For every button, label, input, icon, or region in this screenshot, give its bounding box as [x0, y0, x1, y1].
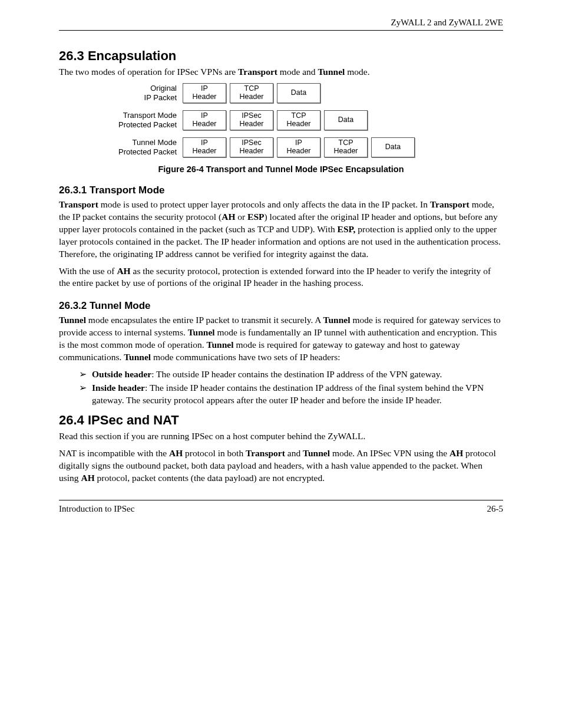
text: or	[235, 212, 247, 222]
diagram-row-label: Transport ModeProtected Packet	[59, 111, 183, 129]
para-26-3-2: Tunnel mode encapsulates the entire IP p…	[59, 314, 503, 364]
text-bold: Tunnel	[323, 315, 351, 325]
text-bold: Transport	[59, 199, 98, 209]
text-bold: ESP	[247, 212, 264, 222]
text-bold: Transport	[430, 199, 470, 209]
intro-26-3: The two modes of operation for IPSec VPN…	[59, 66, 503, 78]
text-bold: AH	[81, 473, 94, 483]
text-bold: Tunnel	[188, 327, 215, 337]
diagram-box: IPHeader	[183, 137, 226, 157]
text: : The outside IP header contains the des…	[151, 369, 442, 379]
text-bold: Tunnel	[318, 67, 345, 77]
diagram-box: IPSecHeader	[230, 137, 273, 157]
para-26-3-1-a: Transport mode is used to protect upper …	[59, 199, 503, 261]
para-26-4-a: Read this section if you are running IPS…	[59, 430, 503, 443]
text-bold: Transport	[246, 448, 285, 458]
text: The two modes of operation for IPSec VPN…	[59, 67, 238, 77]
para-26-3-1-b: With the use of AH as the security proto…	[59, 265, 503, 290]
text: mode encapsulates the entire IP packet t…	[86, 315, 323, 325]
text-bold: AH	[222, 212, 235, 222]
figure-caption: Figure 26-4 Transport and Tunnel Mode IP…	[59, 164, 503, 174]
diagram-row-label: Tunnel ModeProtected Packet	[59, 138, 183, 156]
diagram-row: OriginalIP PacketIPHeaderTCPHeaderData	[59, 83, 503, 103]
text-bold: Tunnel	[303, 448, 330, 458]
diagram-row-label: OriginalIP Packet	[59, 84, 183, 102]
diagram-box: IPHeader	[183, 83, 226, 103]
footer-left: Introduction to IPSec	[59, 504, 134, 514]
text-bold: Transport	[238, 67, 277, 77]
text: mode.	[345, 67, 369, 77]
text-bold: Tunnel	[59, 315, 86, 325]
text: mode is used to protect upper layer prot…	[98, 199, 430, 209]
diagram-boxes: IPHeaderIPSecHeaderTCPHeaderData	[183, 110, 368, 130]
diagram-row: Tunnel ModeProtected PacketIPHeaderIPSec…	[59, 137, 503, 157]
heading-26-3-1: 26.3.1 Transport Mode	[59, 185, 503, 196]
text: protocol, packet contents (the data payl…	[95, 473, 325, 483]
diagram-boxes: IPHeaderTCPHeaderData	[183, 83, 320, 103]
text: : The inside IP header contains the dest…	[92, 383, 484, 405]
text-bold: Inside header	[92, 383, 145, 393]
diagram-box: Data	[324, 110, 368, 130]
text: NAT is incompatible with the	[59, 448, 169, 458]
bullet-item: Outside header: The outside IP header co…	[79, 368, 503, 381]
diagram-row: Transport ModeProtected PacketIPHeaderIP…	[59, 110, 503, 130]
page: ZyWALL 2 and ZyWALL 2WE 26.3 Encapsulati…	[0, 0, 562, 532]
text: mode communications have two sets of IP …	[151, 352, 340, 362]
diagram-boxes: IPHeaderIPSecHeaderIPHeaderTCPHeaderData	[183, 137, 415, 157]
text-bold: Outside header	[92, 369, 151, 379]
bullet-item: Inside header: The inside IP header cont…	[79, 382, 503, 407]
bullet-list-26-3-2: Outside header: The outside IP header co…	[59, 368, 503, 407]
diagram-box: IPHeader	[277, 137, 320, 157]
text-bold: Tunnel	[124, 352, 151, 362]
diagram-box: TCPHeader	[277, 110, 320, 130]
diagram-box: Data	[371, 137, 415, 157]
text-bold: AH	[169, 448, 183, 458]
text: mode and	[277, 67, 318, 77]
text-bold: AH	[117, 266, 130, 276]
text-bold: Tunnel	[207, 340, 234, 350]
text: protocol in both	[183, 448, 246, 458]
diagram-box: IPHeader	[183, 110, 226, 130]
doc-header: ZyWALL 2 and ZyWALL 2WE	[59, 18, 503, 31]
heading-26-4: 26.4 IPSec and NAT	[59, 413, 503, 428]
text: and	[285, 448, 303, 458]
para-26-4-b: NAT is incompatible with the AH protocol…	[59, 447, 503, 485]
heading-26-3-2: 26.3.2 Tunnel Mode	[59, 300, 503, 312]
text-bold: AH	[449, 448, 463, 458]
text: mode. An IPSec VPN using the	[330, 448, 449, 458]
text: Read this section if you are running IPS…	[59, 431, 365, 441]
heading-26-3: 26.3 Encapsulation	[59, 48, 503, 64]
page-footer: Introduction to IPSec 26-5	[59, 500, 503, 514]
footer-right: 26-5	[487, 504, 504, 514]
diagram-box: IPSecHeader	[230, 110, 273, 130]
diagram-box: Data	[277, 83, 320, 103]
text: With the use of	[59, 266, 117, 276]
text-bold: ESP,	[338, 224, 356, 234]
encapsulation-diagram: OriginalIP PacketIPHeaderTCPHeaderDataTr…	[59, 83, 503, 157]
diagram-box: TCPHeader	[230, 83, 273, 103]
diagram-box: TCPHeader	[324, 137, 368, 157]
